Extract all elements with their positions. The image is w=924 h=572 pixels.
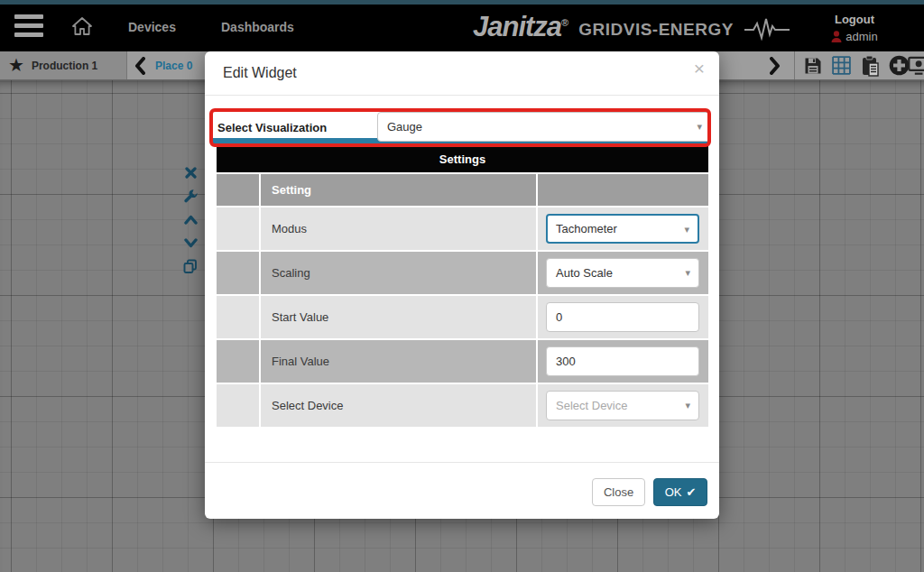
final-value-input[interactable] [546, 346, 699, 376]
edit-widget-dialog: Edit Widget × Select Visualization Gauge… [205, 51, 719, 519]
user-icon [831, 31, 842, 42]
registered-mark: ® [561, 17, 568, 28]
product-name: GRIDVIS-ENERGY [578, 20, 734, 40]
toolbar-divider [794, 51, 795, 79]
widget-remove-icon[interactable] [183, 165, 198, 180]
hamburger-menu-icon[interactable] [14, 14, 43, 38]
dialog-footer-divider [205, 462, 719, 463]
table-row-start-value: Start Value [217, 296, 708, 338]
widget-configure-wrench-icon[interactable] [183, 189, 198, 203]
modus-select[interactable]: Tachometer ▾ [546, 214, 699, 244]
modus-value: Tachometer [556, 222, 617, 235]
row-label: Modus [261, 222, 307, 235]
close-button[interactable]: Close [592, 478, 645, 506]
widget-move-down-icon[interactable] [183, 235, 198, 250]
dialog-header-divider [205, 95, 719, 96]
header-cell-empty [538, 174, 708, 206]
scaling-value: Auto Scale [556, 266, 613, 280]
widget-move-up-icon[interactable] [183, 212, 198, 226]
favorite-dashboard-label: Production 1 [32, 60, 97, 72]
header-cell-empty [217, 174, 259, 206]
grid-icon[interactable] [830, 54, 853, 78]
save-icon[interactable] [801, 54, 824, 78]
chevron-left-icon[interactable] [134, 57, 145, 78]
table-row-final-value: Final Value [217, 340, 708, 383]
ok-label: OK [665, 485, 682, 499]
chevron-right-icon[interactable] [770, 57, 781, 78]
caret-down-icon: ▾ [697, 121, 702, 133]
settings-panel-title: Settings [217, 146, 708, 172]
table-row-scaling: Scaling Auto Scale ▾ [217, 252, 708, 294]
nav-item-dashboards[interactable]: Dashboards [221, 20, 294, 34]
preview-icon[interactable] [908, 54, 924, 78]
caret-down-icon: ▾ [684, 224, 689, 235]
user-block: Logout admin [814, 13, 895, 43]
column-header-setting: Setting [261, 183, 311, 197]
ok-button[interactable]: OK ✔ [653, 478, 707, 506]
visualization-value: Gauge [387, 120, 422, 134]
settings-table: Setting Modus Tachometer ▾ Scaling Auto … [217, 174, 708, 429]
caret-down-icon: ▾ [685, 400, 690, 411]
brand-logo: Janitza® GRIDVIS-ENERGY [473, 10, 791, 44]
breadcrumb[interactable]: Place 0 [155, 60, 192, 72]
table-row-select-device: Select Device Select Device ▾ [217, 384, 708, 427]
top-nav: Devices Dashboards Janitza® GRIDVIS-ENER… [0, 5, 924, 51]
brand-name: Janitza® [473, 11, 568, 43]
caret-down-icon: ▾ [685, 267, 690, 279]
device-placeholder: Select Device [556, 399, 627, 412]
visualization-label: Select Visualization [217, 121, 327, 134]
table-row-modus: Modus Tachometer ▾ [217, 208, 708, 250]
toolbar-icon-group [801, 51, 910, 79]
device-select[interactable]: Select Device ▾ [546, 391, 699, 420]
favorite-star-icon: ★ [8, 54, 24, 76]
dialog-title: Edit Widget [223, 65, 297, 81]
settings-header-row: Setting [217, 174, 708, 206]
visualization-select[interactable]: Gauge ▾ [377, 112, 711, 142]
row-label: Scaling [261, 266, 310, 280]
start-value-input[interactable] [546, 302, 699, 332]
paste-icon[interactable] [859, 54, 882, 78]
dialog-close-icon[interactable]: × [694, 59, 705, 78]
row-label: Final Value [261, 355, 329, 368]
waveform-icon [744, 17, 791, 44]
username-label: admin [845, 30, 877, 43]
row-label: Select Device [261, 399, 343, 412]
widget-action-bar [182, 165, 199, 273]
logout-button[interactable]: Logout [814, 13, 895, 26]
home-icon[interactable] [72, 16, 94, 38]
scaling-select[interactable]: Auto Scale ▾ [546, 258, 699, 288]
widget-duplicate-icon[interactable] [183, 259, 198, 273]
row-label: Start Value [261, 310, 328, 324]
nav-item-devices[interactable]: Devices [128, 20, 176, 34]
favorite-dashboard-tab[interactable]: ★ Production 1 [0, 51, 127, 79]
check-icon: ✔ [686, 485, 696, 499]
